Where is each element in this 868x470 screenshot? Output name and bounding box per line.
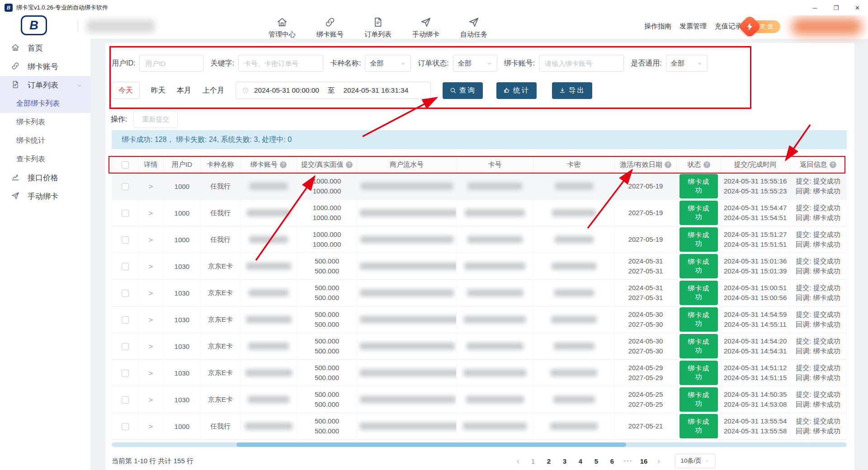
expand-row-icon[interactable]: >	[149, 369, 153, 377]
cell: 绑卡成功	[677, 226, 721, 253]
bind-account-input[interactable]	[539, 55, 624, 72]
page-number-4[interactable]: 4	[575, 457, 586, 465]
user-id-input[interactable]	[139, 55, 203, 72]
topnav-item-2[interactable]: 绑卡账号	[316, 16, 344, 39]
page-number-2[interactable]: 2	[543, 457, 555, 465]
header-link-3[interactable]: 充值记录	[715, 22, 742, 31]
expand-row-icon[interactable]: >	[149, 262, 153, 271]
cell	[357, 413, 457, 440]
help-icon[interactable]: ?	[665, 161, 671, 168]
row-checkbox[interactable]	[122, 396, 129, 404]
sidebar-subitem-3[interactable]: 全部绑卡列表	[0, 94, 90, 113]
sidebar-item-0[interactable]: 首页	[0, 39, 90, 57]
chevron-down-icon	[697, 61, 703, 66]
expand-row-icon[interactable]: >	[149, 422, 153, 431]
topnav-item-4[interactable]: 手动绑卡	[411, 16, 440, 39]
export-button[interactable]: 导出	[552, 82, 592, 99]
help-icon[interactable]: ?	[703, 161, 710, 168]
help-icon[interactable]: ?	[280, 161, 287, 168]
line: 500.000	[300, 416, 354, 426]
line: 2024-05-31 14:55:11	[724, 320, 787, 329]
date-range-picker[interactable]: 2024-05-31 00:00:00 至 2024-05-31 16:31:3…	[236, 82, 431, 99]
query-button[interactable]: 查询	[443, 82, 483, 99]
row-checkbox[interactable]	[122, 370, 129, 377]
expand-row-icon[interactable]: >	[149, 342, 153, 351]
cell	[357, 280, 457, 306]
sidebar-item-7[interactable]: 接口价格	[0, 169, 90, 187]
topnav-item-5[interactable]: 自动任务	[459, 16, 488, 39]
header-link-2[interactable]: 发票管理	[679, 22, 707, 31]
sidebar-subitem-5[interactable]: 绑卡统计	[0, 132, 90, 150]
quick-today-button[interactable]: 今天	[112, 82, 140, 99]
expand-row-icon[interactable]: >	[149, 182, 153, 191]
line: 500.000	[300, 336, 354, 346]
maximize-button[interactable]: ❐	[826, 0, 847, 15]
window-titlebar: B 绑卡宝v1.0.26-专业的自动绑卡软件 ─ ❐ ✕	[0, 0, 868, 15]
sidebar-subitem-6[interactable]: 查卡列表	[0, 150, 90, 169]
cell	[457, 226, 533, 253]
line: 回调: 绑卡成功	[793, 346, 844, 356]
universal-select[interactable]: 全部	[666, 55, 708, 72]
sidebar-item-1[interactable]: 绑卡账号	[0, 57, 90, 76]
horizontal-scrollbar[interactable]	[112, 442, 847, 447]
line: 2027-05-30	[618, 346, 674, 356]
horizontal-scrollbar-thumb[interactable]	[236, 442, 626, 447]
quick-this-month-button[interactable]: 本月	[177, 86, 191, 95]
cell-face-values-lines: 500.000500.000	[300, 283, 354, 303]
expand-row-icon[interactable]: >	[149, 235, 153, 244]
prev-page-icon[interactable]: ‹	[513, 456, 523, 466]
topnav-item-3[interactable]: 订单列表	[363, 16, 392, 39]
page-ellipsis-icon[interactable]: ···	[622, 457, 634, 465]
recharge-button[interactable]: 充值	[749, 20, 780, 33]
sidebar-subitem-4[interactable]: 绑卡列表	[0, 113, 90, 132]
expand-row-icon[interactable]: >	[149, 315, 153, 324]
topnav-item-1[interactable]: 管理中心	[268, 16, 297, 39]
sidebar-item-2[interactable]: 订单列表	[0, 76, 90, 94]
cell-card-type: 京东E卡	[201, 333, 241, 360]
next-page-icon[interactable]: ›	[654, 456, 664, 466]
row-checkbox[interactable]	[122, 183, 129, 190]
page-number-5[interactable]: 5	[590, 457, 602, 465]
keyword-input[interactable]	[238, 55, 323, 72]
resubmit-button[interactable]: 重新提交	[133, 111, 178, 128]
quick-last-month-button[interactable]: 上个月	[203, 86, 224, 95]
page-number-6[interactable]: 6	[606, 457, 618, 465]
statistics-button[interactable]: 统计	[496, 82, 537, 99]
quick-yesterday-button[interactable]: 昨天	[151, 86, 165, 95]
close-button[interactable]: ✕	[847, 0, 868, 15]
line: 1000.000	[300, 203, 354, 213]
page-number-1[interactable]: 1	[527, 457, 539, 465]
expand-row-icon[interactable]: >	[149, 395, 153, 404]
row-checkbox[interactable]	[122, 343, 129, 350]
page-number-3[interactable]: 3	[559, 457, 571, 465]
row-checkbox[interactable]	[122, 263, 129, 270]
card-type-select[interactable]: 全部	[365, 55, 411, 72]
cell-active-dates-lines: 2024-05-252027-05-25	[618, 390, 674, 409]
row-checkbox[interactable]	[122, 290, 129, 297]
page-number-16[interactable]: 16	[638, 457, 650, 465]
orders-table-wrap: 详情用户ID卡种名称绑卡账号?提交/真实面值?商户流水号卡号卡密激活/有效日期?…	[112, 156, 847, 440]
main-content: 用户ID: 关键字: 卡种名称: 全部 订单状态: 全部 绑卡账号: 是否	[105, 43, 854, 470]
blurred-card-secret	[551, 369, 597, 376]
row-checkbox[interactable]	[122, 316, 129, 324]
cell-card-type: 任我行	[201, 173, 241, 200]
header-link-1[interactable]: 操作指南	[644, 22, 671, 31]
line: 500.000	[300, 363, 354, 373]
row-checkbox[interactable]	[122, 423, 129, 430]
filter-row: 用户ID: 关键字: 卡种名称: 全部 订单状态: 全部 绑卡账号: 是否	[112, 55, 708, 72]
row-checkbox[interactable]	[122, 210, 129, 217]
expand-row-icon[interactable]: >	[149, 209, 153, 217]
expand-row-icon[interactable]: >	[149, 289, 153, 297]
help-icon[interactable]: ?	[830, 161, 836, 168]
order-status-select[interactable]: 全部	[453, 55, 497, 72]
row-checkbox[interactable]	[122, 236, 129, 244]
cell: >	[138, 413, 164, 440]
minimize-button[interactable]: ─	[804, 0, 826, 15]
select-all-checkbox[interactable]	[122, 161, 129, 169]
page-size-select[interactable]: 10条/页	[675, 454, 716, 468]
help-icon[interactable]: ?	[346, 161, 353, 168]
column-header-checkbox	[112, 156, 138, 173]
blurred-card-secret	[554, 343, 594, 350]
sidebar-item-8[interactable]: 手动绑卡	[0, 187, 90, 206]
column-header-详情: 详情	[138, 156, 164, 173]
